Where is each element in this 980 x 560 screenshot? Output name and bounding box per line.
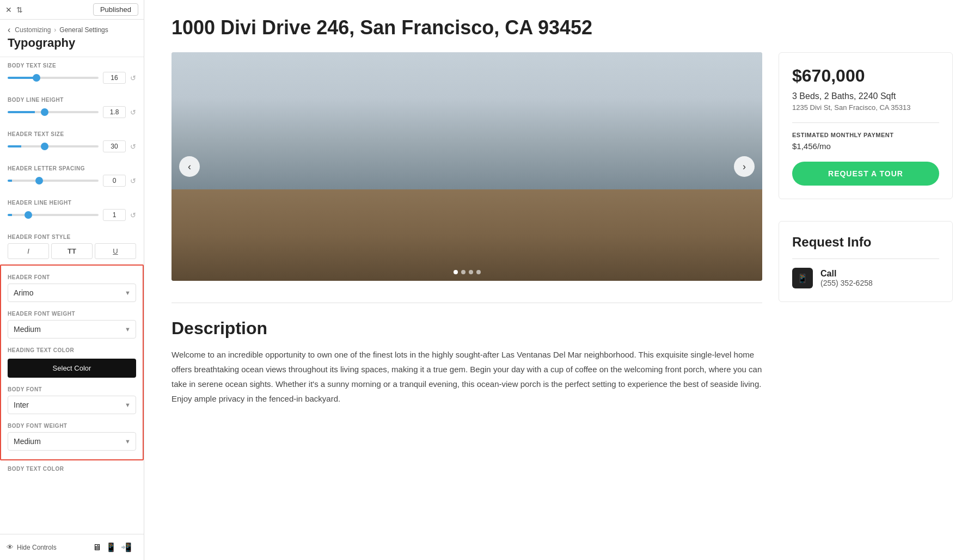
header-letter-spacing-row: 0 ↺ xyxy=(8,175,136,187)
body-font-weight-label: BODY FONT WEIGHT xyxy=(8,423,136,429)
body-text-size-label: BODY TEXT SIZE xyxy=(8,63,136,69)
published-button[interactable]: Published xyxy=(93,3,138,16)
hide-controls-label: Hide Controls xyxy=(17,544,57,551)
top-bar-left: ✕ ⇅ xyxy=(5,5,23,14)
header-font-section: HEADER FONT Arimo Inter Roboto Open Sans… xyxy=(8,271,136,305)
monthly-payment: $1,456/mo xyxy=(792,141,939,151)
header-text-size-input[interactable]: 30 xyxy=(103,140,126,152)
body-line-height-reset-icon[interactable]: ↺ xyxy=(130,108,136,116)
hide-controls-button[interactable]: 👁 Hide Controls xyxy=(7,543,57,551)
header-font-weight-select[interactable]: Thin Light Regular Medium Bold Extra Bol… xyxy=(8,320,136,339)
sort-icon[interactable]: ⇅ xyxy=(16,5,23,14)
heading-text-color-section: HEADING TEXT COLOR Select Color xyxy=(8,342,136,381)
body-font-weight-select-wrapper: Thin Light Regular Medium Bold Extra Bol… xyxy=(8,432,136,451)
contact-info: Call (255) 352-6258 xyxy=(820,269,873,287)
request-info-card: Request Info 📱 Call (255) 352-6258 xyxy=(779,221,953,302)
estimated-label: ESTIMATED MONTHLY PAYMENT xyxy=(792,132,939,138)
header-text-size-label: HEADER TEXT SIZE xyxy=(8,131,136,137)
card-divider xyxy=(792,122,939,123)
header-letter-spacing-section: HEADER LETTER SPACING 0 ↺ xyxy=(0,160,144,194)
body-font-weight-select[interactable]: Thin Light Regular Medium Bold Extra Bol… xyxy=(8,432,136,451)
request-info-title: Request Info xyxy=(792,235,939,250)
body-font-select[interactable]: Inter Arimo Roboto Open Sans xyxy=(8,396,136,414)
header-letter-spacing-slider[interactable] xyxy=(8,180,99,182)
property-title: 1000 Divi Drive 246, San Francisco, CA 9… xyxy=(171,16,953,39)
header-text-size-reset-icon[interactable]: ↺ xyxy=(130,143,136,151)
request-divider xyxy=(792,259,939,259)
carousel-prev-button[interactable]: ‹ xyxy=(179,156,200,177)
top-bar: ✕ ⇅ Published xyxy=(0,0,144,20)
image-carousel: ‹ › xyxy=(171,52,762,281)
description-text: Welcome to an incredible opportunity to … xyxy=(171,347,762,406)
body-font-section: BODY FONT Inter Arimo Roboto Open Sans ▼ xyxy=(8,381,136,417)
header-line-height-reset-icon[interactable]: ↺ xyxy=(130,211,136,219)
carousel-image xyxy=(171,52,762,281)
bold-button[interactable]: TT xyxy=(51,243,93,259)
tour-button[interactable]: REQUEST A TOUR xyxy=(792,162,939,186)
header-font-style-section: HEADER FONT STYLE I TT U xyxy=(0,229,144,264)
back-arrow-icon[interactable]: ‹ xyxy=(8,25,10,35)
header-text-size-row: 30 ↺ xyxy=(8,140,136,152)
header-font-weight-section: HEADER FONT WEIGHT Thin Light Regular Me… xyxy=(8,305,136,342)
breadcrumb-separator: › xyxy=(54,26,56,34)
body-text-size-slider[interactable] xyxy=(8,77,99,79)
header-font-select[interactable]: Arimo Inter Roboto Open Sans xyxy=(8,284,136,302)
carousel-dots xyxy=(454,270,481,274)
mobile-icon[interactable]: 📲 xyxy=(121,542,132,552)
eye-icon: 👁 xyxy=(7,543,14,551)
call-label: Call xyxy=(820,269,873,279)
phone-number: (255) 352-6258 xyxy=(820,279,873,287)
beds-text: 3 Beds, 2 Baths, 2240 Sqft xyxy=(792,91,939,101)
header-letter-spacing-input[interactable]: 0 xyxy=(103,175,126,187)
close-icon[interactable]: ✕ xyxy=(5,5,12,14)
body-line-height-row: 1.8 ↺ xyxy=(8,106,136,118)
desktop-icon[interactable]: 🖥 xyxy=(93,543,101,552)
tablet-icon[interactable]: 📱 xyxy=(106,542,117,552)
underline-button[interactable]: U xyxy=(95,243,136,259)
carousel-dot-1[interactable] xyxy=(454,270,458,274)
body-font-label: BODY FONT xyxy=(8,386,136,392)
header-font-style-label: HEADER FONT STYLE xyxy=(8,234,136,240)
body-line-height-slider-container xyxy=(8,107,99,118)
content-grid: ‹ › Description Welcome to an incredible… xyxy=(171,52,953,406)
body-font-select-wrapper: Inter Arimo Roboto Open Sans ▼ xyxy=(8,396,136,414)
header-text-size-slider[interactable] xyxy=(8,145,99,147)
carousel-dot-4[interactable] xyxy=(476,270,481,274)
body-line-height-section: BODY LINE HEIGHT 1.8 ↺ xyxy=(0,91,144,126)
header-font-weight-select-wrapper: Thin Light Regular Medium Bold Extra Bol… xyxy=(8,320,136,339)
price-text: $670,000 xyxy=(792,66,939,86)
header-font-label: HEADER FONT xyxy=(8,274,136,280)
phone-icon: 📱 xyxy=(792,268,813,288)
carousel-next-button[interactable]: › xyxy=(734,156,755,177)
body-line-height-slider[interactable] xyxy=(8,111,99,113)
header-font-select-wrapper: Arimo Inter Roboto Open Sans ▼ xyxy=(8,284,136,302)
italic-button[interactable]: I xyxy=(8,243,49,259)
header-letter-spacing-label: HEADER LETTER SPACING xyxy=(8,165,136,171)
body-text-color-section: BODY TEXT COLOR xyxy=(0,460,144,481)
left-column: ‹ › Description Welcome to an incredible… xyxy=(171,52,762,406)
header-line-height-section: HEADER LINE HEIGHT 1 ↺ xyxy=(0,194,144,229)
body-line-height-input[interactable]: 1.8 xyxy=(103,106,126,118)
header-letter-spacing-reset-icon[interactable]: ↺ xyxy=(130,177,136,185)
header-line-height-label: HEADER LINE HEIGHT xyxy=(8,200,136,206)
body-line-height-label: BODY LINE HEIGHT xyxy=(8,97,136,103)
header-line-height-slider-container xyxy=(8,210,99,220)
carousel-dot-3[interactable] xyxy=(469,270,473,274)
red-bordered-section: HEADER FONT Arimo Inter Roboto Open Sans… xyxy=(0,264,144,460)
body-text-size-slider-container xyxy=(8,72,99,83)
section-divider xyxy=(171,303,762,303)
header-line-height-slider[interactable] xyxy=(8,214,99,216)
header-line-height-row: 1 ↺ xyxy=(8,209,136,221)
body-text-size-input[interactable]: 16 xyxy=(103,72,126,84)
body-text-size-reset-icon[interactable]: ↺ xyxy=(130,74,136,82)
carousel-dot-2[interactable] xyxy=(461,270,465,274)
breadcrumb-customizing: Customizing xyxy=(15,26,51,34)
body-text-size-section: BODY TEXT SIZE 16 ↺ xyxy=(0,57,144,91)
main-content: 1000 Divi Drive 246, San Francisco, CA 9… xyxy=(144,0,980,560)
breadcrumb: ‹ Customizing › General Settings xyxy=(0,20,144,35)
breadcrumb-general-settings: General Settings xyxy=(59,26,108,34)
header-letter-spacing-slider-container xyxy=(8,175,99,186)
body-text-color-label: BODY TEXT COLOR xyxy=(8,466,136,472)
header-line-height-input[interactable]: 1 xyxy=(103,209,126,221)
select-color-button[interactable]: Select Color xyxy=(8,359,136,378)
